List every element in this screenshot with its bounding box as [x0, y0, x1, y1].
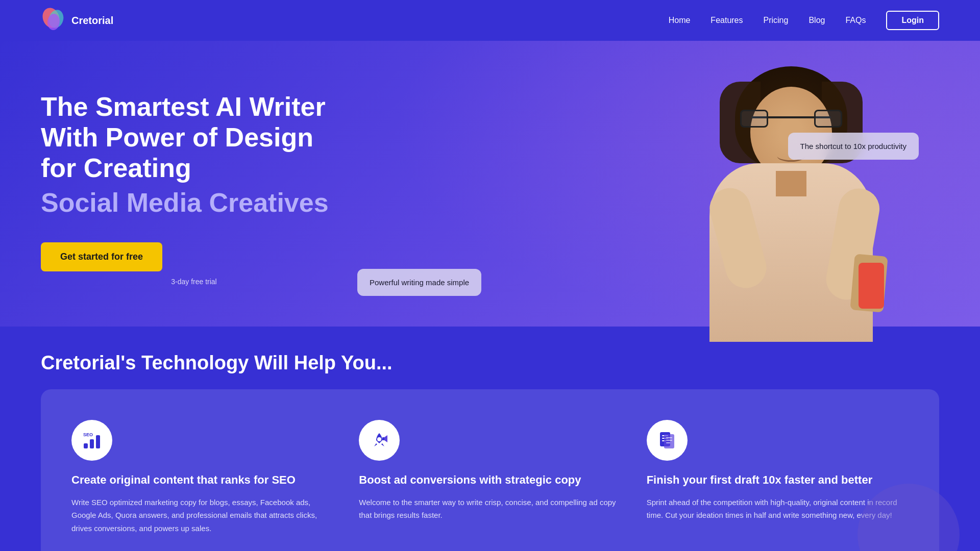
brand-name: Cretorial	[71, 15, 113, 27]
svg-rect-16	[666, 442, 670, 443]
svg-rect-4	[90, 439, 94, 448]
svg-rect-5	[96, 435, 100, 448]
trial-text: 3-day free trial	[41, 278, 347, 286]
feature-desc-seo: Write SEO optimized marketing copy for b…	[71, 496, 333, 535]
logo[interactable]: Cretorial	[41, 8, 113, 33]
rocket-icon	[368, 429, 390, 452]
feature-icon-seo: SEO	[71, 420, 112, 461]
nav-pricing[interactable]: Pricing	[764, 16, 789, 24]
feature-title-seo: Create original content that ranks for S…	[71, 473, 333, 488]
feature-ads: Boost ad conversions with strategic copy…	[359, 420, 621, 535]
svg-rect-13	[664, 434, 674, 448]
feature-icon-ads	[359, 420, 400, 461]
card-writing: Powerful writing made simple	[357, 269, 481, 296]
svg-rect-14	[666, 437, 672, 438]
feature-seo: SEO Create original content that ranks f…	[71, 420, 333, 535]
logo-icon	[41, 8, 66, 33]
hero-person-image	[694, 56, 888, 342]
hero-subtitle: Social Media Creatives	[41, 187, 347, 218]
navbar: Cretorial Home Features Pricing Blog FAQ…	[0, 0, 980, 41]
seo-icon: SEO	[81, 429, 103, 452]
features-section: SEO Create original content that ranks f…	[41, 389, 939, 551]
svg-rect-3	[84, 443, 88, 448]
hero-content: The Smartest AI Writer With Power of Des…	[41, 71, 347, 286]
nav-links: Home Features Pricing Blog FAQs Login	[669, 11, 939, 30]
document-icon	[656, 429, 678, 452]
feature-title-draft: Finish your first draft 10x faster and b…	[647, 473, 909, 488]
svg-rect-15	[666, 440, 672, 441]
nav-blog[interactable]: Blog	[808, 16, 825, 24]
feature-desc-ads: Welcome to the smarter way to write cris…	[359, 496, 621, 522]
nav-features[interactable]: Features	[710, 16, 743, 24]
login-button[interactable]: Login	[886, 11, 939, 30]
svg-point-7	[377, 437, 381, 441]
svg-text:SEO: SEO	[83, 432, 93, 437]
hero-section: The Smartest AI Writer With Power of Des…	[0, 41, 980, 327]
svg-rect-8	[382, 437, 384, 440]
hero-image-area: The shortcut to 10x productivity Powerfu…	[347, 71, 939, 327]
hero-title: The Smartest AI Writer With Power of Des…	[41, 92, 347, 183]
card-productivity: The shortcut to 10x productivity	[788, 133, 919, 160]
nav-home[interactable]: Home	[669, 16, 691, 24]
feature-icon-draft	[647, 420, 688, 461]
cta-button[interactable]: Get started for free	[41, 242, 162, 271]
feature-title-ads: Boost ad conversions with strategic copy	[359, 473, 621, 488]
nav-faqs[interactable]: FAQs	[845, 16, 866, 24]
